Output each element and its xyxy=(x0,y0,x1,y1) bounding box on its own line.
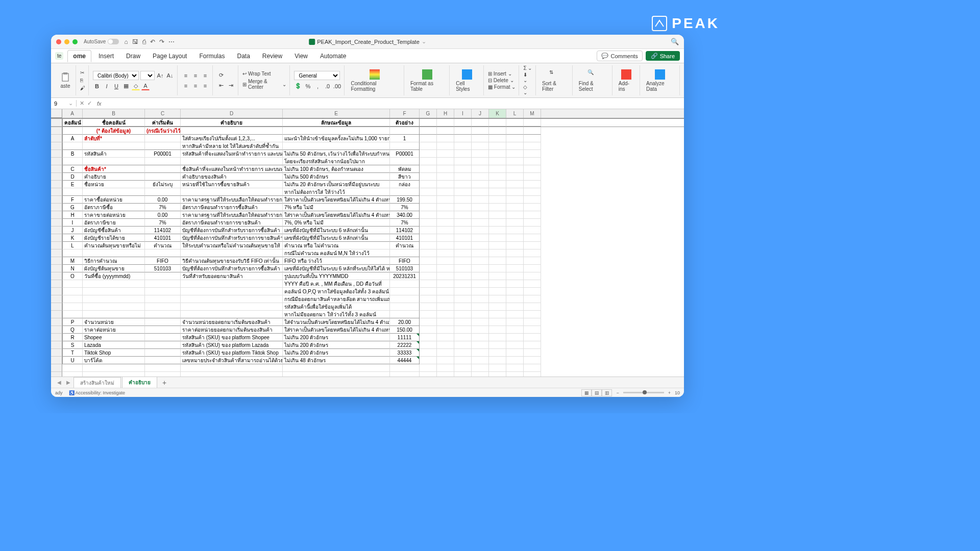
find-select-button[interactable]: 🔍Find & Select xyxy=(577,68,609,93)
cell[interactable]: N xyxy=(62,265,83,272)
cell[interactable] xyxy=(506,181,524,188)
decrease-font-icon[interactable]: A↓ xyxy=(166,71,174,80)
cell[interactable] xyxy=(506,257,524,265)
cell[interactable] xyxy=(472,288,489,295)
cell[interactable] xyxy=(145,318,181,326)
paste-button[interactable]: aste xyxy=(58,71,72,90)
cell[interactable]: 11111 xyxy=(390,334,420,341)
cell[interactable] xyxy=(472,127,489,135)
cell[interactable] xyxy=(454,295,472,303)
cell[interactable] xyxy=(420,311,437,318)
cell[interactable]: คำนวณต้นทุนขายหรือไม่ xyxy=(83,242,145,249)
cell[interactable] xyxy=(420,173,437,181)
cell[interactable] xyxy=(420,303,437,311)
cell[interactable] xyxy=(524,119,541,127)
cell[interactable] xyxy=(524,372,541,377)
cell[interactable] xyxy=(472,135,489,142)
cell[interactable] xyxy=(472,211,489,219)
cell[interactable]: กล่อง xyxy=(390,181,420,188)
tab-pagelayout[interactable]: Page Layout xyxy=(148,51,192,62)
cell[interactable] xyxy=(506,142,524,150)
cell[interactable] xyxy=(506,158,524,165)
cell[interactable] xyxy=(145,142,181,150)
cell[interactable] xyxy=(181,249,283,257)
cell[interactable] xyxy=(283,364,390,372)
page-layout-view-icon[interactable]: ▤ xyxy=(592,389,602,396)
cell[interactable]: 410101 xyxy=(390,234,420,242)
cell[interactable] xyxy=(420,196,437,204)
cell[interactable]: ราคาต่อหน่วย xyxy=(83,326,145,334)
cell[interactable] xyxy=(524,242,541,249)
delete-cells-button[interactable]: ⊟ Delete ⌄ xyxy=(488,78,514,83)
cell[interactable] xyxy=(420,357,437,364)
cell[interactable]: เลขที่ผังบัญชีที่มีในระบบ 6 หลักที่ระบบใ… xyxy=(283,265,390,272)
cell[interactable] xyxy=(437,119,454,127)
cell[interactable] xyxy=(454,127,472,135)
cell[interactable] xyxy=(454,357,472,364)
align-bottom-icon[interactable]: ≡ xyxy=(201,71,209,80)
cell[interactable] xyxy=(420,295,437,303)
cell[interactable] xyxy=(489,188,506,196)
cell[interactable] xyxy=(489,303,506,311)
cell[interactable]: 0.00 xyxy=(145,211,181,219)
cell[interactable]: 1 xyxy=(390,135,420,142)
cell[interactable] xyxy=(472,295,489,303)
cell[interactable] xyxy=(454,158,472,165)
cell-styles-button[interactable]: Cell Styles xyxy=(454,68,480,93)
col-header-C[interactable]: C xyxy=(145,109,181,118)
cell[interactable]: บัญชีที่ต้องการบันทึกสำหรับรายการขายสินค… xyxy=(181,234,283,242)
cell[interactable] xyxy=(489,150,506,158)
cell[interactable]: ใส่จำนวนเป็นตัวเลขโดยทศนิยมได้ไม่เกิน 4 … xyxy=(283,318,390,326)
cell[interactable]: รหัสสินค้า (SKU) ของ platform Lazada xyxy=(181,341,283,349)
align-center-icon[interactable]: ≡ xyxy=(191,82,200,90)
cell[interactable] xyxy=(420,219,437,227)
cell[interactable]: O xyxy=(62,272,83,280)
maximize-icon[interactable] xyxy=(72,39,78,44)
cell[interactable] xyxy=(489,265,506,272)
cell[interactable] xyxy=(145,249,181,257)
cell[interactable] xyxy=(506,127,524,135)
cell[interactable]: 44444 xyxy=(390,357,420,364)
cell[interactable] xyxy=(62,303,83,311)
autosum-icon[interactable]: Σ ⌄ xyxy=(523,65,532,71)
cell[interactable] xyxy=(62,158,83,165)
font-select[interactable]: Calibri (Body) xyxy=(93,71,139,80)
cell[interactable] xyxy=(489,234,506,242)
cell[interactable] xyxy=(489,127,506,135)
cell[interactable]: ไม่เกิน 20 ตัวอักษร เป็นหน่วยที่มีอยู่บน… xyxy=(283,181,390,188)
cell[interactable]: 7% xyxy=(145,219,181,227)
cancel-formula-icon[interactable]: ✕ xyxy=(80,100,84,107)
col-header-D[interactable]: D xyxy=(181,109,283,118)
tab-paste[interactable]: te xyxy=(55,52,63,60)
cell[interactable] xyxy=(506,119,524,127)
cell[interactable] xyxy=(181,295,283,303)
sheet-tab-2[interactable]: คำอธิบาย xyxy=(122,377,157,389)
cell[interactable] xyxy=(83,303,145,311)
format-as-table-button[interactable]: Format as Table xyxy=(408,68,446,93)
cell[interactable] xyxy=(420,265,437,272)
cell[interactable] xyxy=(489,158,506,165)
cell[interactable]: อัตราภาษีตอนทำรายการขายสินค้า xyxy=(181,219,283,227)
format-painter-icon[interactable]: 🖌 xyxy=(80,85,85,91)
cell[interactable]: จำนวนหน่วยยอดยกมาเริ่มต้นของสินค้า xyxy=(181,318,283,326)
cell[interactable]: E xyxy=(62,181,83,188)
cell[interactable] xyxy=(472,257,489,265)
cell[interactable] xyxy=(437,288,454,295)
cell[interactable]: ผังบัญชีรายได้ขาย xyxy=(83,234,145,242)
cell[interactable] xyxy=(489,372,506,377)
cell[interactable]: คำอธิบาย xyxy=(83,173,145,181)
border-button[interactable]: ▦ xyxy=(122,82,130,90)
cell[interactable]: วิธีการคำนวณ xyxy=(83,257,145,265)
cell[interactable] xyxy=(145,272,181,280)
cell[interactable] xyxy=(489,181,506,188)
cell[interactable] xyxy=(62,364,83,372)
cell[interactable]: รหัสสินค้า (SKU) ของ platform Tiktok Sho… xyxy=(181,349,283,357)
cell[interactable] xyxy=(437,372,454,377)
cell[interactable] xyxy=(472,219,489,227)
cell[interactable] xyxy=(181,188,283,196)
cell[interactable] xyxy=(390,288,420,295)
cell[interactable] xyxy=(506,326,524,334)
cell[interactable] xyxy=(472,303,489,311)
cell[interactable]: 114102 xyxy=(390,227,420,234)
name-box[interactable]: 9 ⌄ xyxy=(51,100,77,107)
